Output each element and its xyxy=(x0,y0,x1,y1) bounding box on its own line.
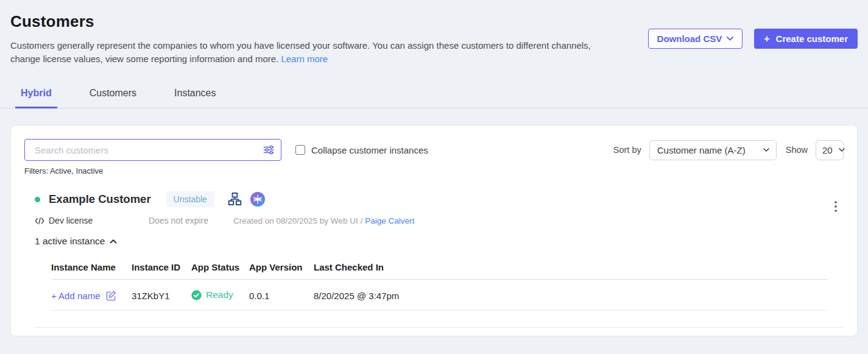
learn-more-link[interactable]: Learn more xyxy=(281,54,328,64)
check-circle-icon xyxy=(191,290,202,300)
tab-customers[interactable]: Customers xyxy=(84,88,142,108)
code-icon xyxy=(35,217,44,225)
table-row: + Add name 31ZKbY1 xyxy=(51,280,828,311)
header-instance-id: Instance ID xyxy=(132,260,191,280)
created-by-text: Created on 08/20/2025 by Web UI /Paige C… xyxy=(233,216,414,225)
instances-table-header-row: Instance Name Instance ID App Status App… xyxy=(51,260,828,280)
instance-id-cell: 31ZKbY1 xyxy=(132,280,191,311)
collapse-instances-label: Collapse customer instances xyxy=(311,145,428,155)
chevron-up-icon xyxy=(110,239,117,244)
app-status-cell: Ready xyxy=(191,289,233,300)
create-customer-button[interactable]: + Create customer xyxy=(754,29,858,49)
instances-table: Instance Name Instance ID App Status App… xyxy=(51,260,828,311)
sort-by-label: Sort by xyxy=(613,145,641,155)
header-actions: Download CSV + Create customer xyxy=(648,29,858,49)
app-version-cell: 0.0.1 xyxy=(249,280,314,311)
customer-block: Example Customer Unstable xyxy=(24,191,844,328)
download-csv-button[interactable]: Download CSV xyxy=(648,29,743,49)
plus-icon: + xyxy=(764,34,769,44)
kubernetes-icon xyxy=(250,191,266,207)
customer-meta-row: Dev license Does not expire Created on 0… xyxy=(35,216,844,225)
create-customer-label: Create customer xyxy=(776,34,848,44)
created-on-text: Created on 08/20/2025 by Web UI / xyxy=(233,216,362,225)
sort-select-value: Customer name (A-Z) xyxy=(657,145,746,155)
toolbar: Collapse customer instances Sort by Cust… xyxy=(24,139,844,161)
active-filters-text: Filters: Active, Inactive xyxy=(24,166,844,175)
license-expiration: Does not expire xyxy=(149,216,233,225)
page-description: Customers generally represent the compan… xyxy=(10,39,598,66)
header-app-status: App Status xyxy=(191,260,249,280)
instances-toggle[interactable]: 1 active instance xyxy=(35,236,117,247)
tab-hybrid[interactable]: Hybrid xyxy=(15,88,57,108)
created-by-link[interactable]: Paige Calvert xyxy=(365,216,414,225)
customer-type-icons xyxy=(227,191,266,207)
chevron-down-icon xyxy=(839,148,845,152)
customers-card: Collapse customer instances Sort by Cust… xyxy=(10,125,858,336)
toolbar-right: Sort by Customer name (A-Z) Show 20 xyxy=(613,140,844,160)
license-type-label: Dev license xyxy=(49,216,93,225)
customer-header-row: Example Customer Unstable xyxy=(35,191,844,207)
chevron-down-icon xyxy=(727,37,733,41)
instances-summary-label: 1 active instance xyxy=(35,236,105,247)
collapse-instances-checkbox[interactable] xyxy=(295,145,305,155)
header-instance-name: Instance Name xyxy=(51,260,132,280)
kebab-menu-icon[interactable] xyxy=(831,200,841,213)
customers-page: Customers Customers generally represent … xyxy=(0,0,868,354)
app-status-label: Ready xyxy=(206,289,233,300)
download-csv-label: Download CSV xyxy=(657,34,722,44)
channel-badge: Unstable xyxy=(166,191,214,207)
page-header: Customers Customers generally represent … xyxy=(0,0,868,66)
show-select[interactable]: 20 xyxy=(816,140,844,160)
add-instance-name-button[interactable]: + Add name xyxy=(51,290,117,302)
show-label: Show xyxy=(786,145,808,155)
search-input[interactable] xyxy=(24,139,281,161)
last-checked-in-cell: 8/20/2025 @ 3:47pm xyxy=(314,280,828,311)
collapse-instances-control: Collapse customer instances xyxy=(295,145,428,155)
filter-sliders-icon[interactable] xyxy=(263,144,275,156)
active-status-dot xyxy=(35,197,40,202)
sitemap-icon xyxy=(227,192,242,207)
show-select-value: 20 xyxy=(822,145,833,155)
tab-instances[interactable]: Instances xyxy=(169,88,221,108)
customer-block-divider xyxy=(35,327,844,328)
edit-icon[interactable] xyxy=(105,290,117,302)
tab-bar: Hybrid Customers Instances xyxy=(0,88,868,108)
add-name-label: + Add name xyxy=(51,291,100,301)
header-last-checked-in: Last Checked In xyxy=(314,260,828,280)
chevron-down-icon xyxy=(763,148,769,152)
header-app-version: App Version xyxy=(249,260,314,280)
customer-name[interactable]: Example Customer xyxy=(49,193,151,206)
sort-select[interactable]: Customer name (A-Z) xyxy=(649,140,777,160)
search-wrap xyxy=(24,139,281,161)
license-type: Dev license xyxy=(35,216,149,225)
